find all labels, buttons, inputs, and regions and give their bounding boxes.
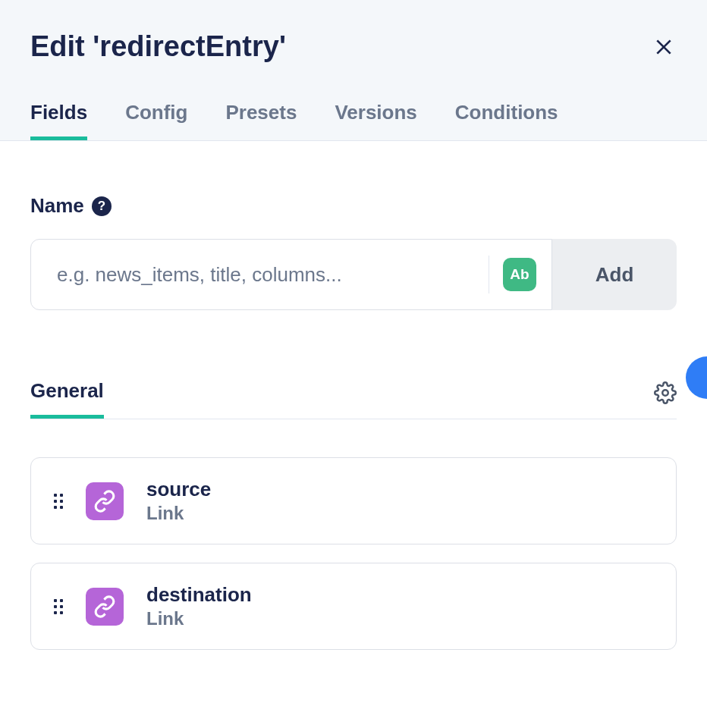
close-icon [654, 37, 674, 57]
link-icon [86, 482, 124, 520]
primary-tabs: Fields Config Presets Versions Condition… [30, 101, 677, 140]
gear-icon [654, 381, 677, 404]
tab-fields[interactable]: Fields [30, 101, 87, 140]
tab-versions[interactable]: Versions [335, 101, 416, 140]
name-input-group: Ab Add [30, 239, 677, 310]
dialog-title: Edit 'redirectEntry' [30, 30, 286, 63]
name-input[interactable] [57, 263, 481, 287]
divider [489, 256, 489, 293]
name-label: Name [30, 194, 84, 218]
close-button[interactable] [651, 34, 677, 60]
field-item-destination[interactable]: destination Link [30, 563, 677, 650]
section-settings-button[interactable] [654, 378, 677, 419]
field-title: destination [146, 583, 252, 607]
tab-config[interactable]: Config [125, 101, 187, 140]
field-type: Link [146, 608, 252, 629]
svg-point-2 [662, 390, 668, 396]
drag-handle-icon[interactable] [54, 599, 63, 614]
add-button[interactable]: Add [552, 239, 677, 310]
field-item-source[interactable]: source Link [30, 457, 677, 544]
field-type: Link [146, 503, 211, 524]
tab-conditions[interactable]: Conditions [455, 101, 558, 140]
section-tab-general[interactable]: General [30, 379, 104, 419]
field-title: source [146, 478, 211, 501]
tab-presets[interactable]: Presets [225, 101, 297, 140]
link-icon [86, 588, 124, 626]
field-list: source Link destination Link [30, 457, 677, 650]
help-icon[interactable]: ? [92, 196, 112, 216]
drag-handle-icon[interactable] [54, 494, 63, 509]
type-picker-button[interactable]: Ab [503, 258, 536, 291]
